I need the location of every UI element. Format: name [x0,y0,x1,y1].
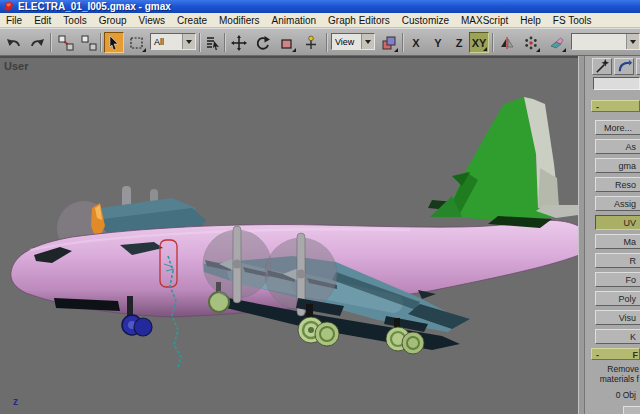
menu-item-customize[interactable]: Customize [396,14,455,26]
menu-item-fs-tools[interactable]: FS Tools [547,14,598,26]
menu-item-maxscript[interactable]: MAXScript [455,14,514,26]
array-button[interactable] [521,32,541,53]
modifier-button-as[interactable]: As [595,139,640,154]
select-and-scale-button[interactable] [277,32,297,53]
select-and-manipulate-button[interactable] [301,32,321,53]
undo-icon [6,35,22,51]
toolbar-separator [199,33,201,52]
named-selection-value [572,34,626,49]
redo-icon [29,35,45,51]
dropdown-arrow-icon[interactable] [361,34,374,49]
rectangular-region-icon [129,35,145,51]
window-title: ELECTRA_01_I005.gmax - gmax [18,1,171,12]
redo-button[interactable] [27,32,47,53]
toolbar-separator [492,33,494,52]
app-icon [3,1,14,12]
modifier-button-r[interactable]: R [595,253,640,268]
dropdown-arrow-icon[interactable] [626,34,639,49]
pivot-point-icon [381,35,397,51]
restrict-x-button[interactable]: X [406,32,426,53]
menu-item-create[interactable]: Create [171,14,213,26]
align-button[interactable] [547,32,567,53]
menu-bar: File Edit Tools Group Views Create Modif… [0,13,640,28]
manipulate-icon [303,35,319,51]
modifier-button-visu[interactable]: Visu [595,310,640,325]
reference-coordinate-dropdown[interactable]: View [331,33,375,50]
selection-filter-value: All [151,34,182,49]
menu-item-group[interactable]: Group [93,14,133,26]
panel-bottom-button[interactable] [623,406,640,414]
select-by-name-button[interactable] [203,32,223,53]
object-count-label: 0 Obj [616,390,636,400]
restrict-xy-plane-button[interactable]: XY [469,32,489,53]
modifier-button-fo[interactable]: Fo [595,272,640,287]
mirror-button[interactable] [497,32,517,53]
tail-group[interactable] [428,97,578,228]
select-by-name-icon [205,35,221,51]
toolbar-separator [326,33,328,52]
select-object-button[interactable] [104,32,124,53]
viewport-user[interactable]: User z [0,56,578,414]
tab-create[interactable] [592,58,612,75]
modifier-button-uv[interactable]: UV [595,215,640,230]
menu-item-graph-editors[interactable]: Graph Editors [322,14,396,26]
object-name-field[interactable] [593,77,640,90]
modifier-button-gma[interactable]: gma [595,158,640,173]
unlink-icon [81,35,97,51]
menu-item-animation[interactable]: Animation [266,14,322,26]
modifier-button-reso[interactable]: Reso [595,177,640,192]
modifier-button-assig[interactable]: Assig [595,196,640,211]
rollout-title: F [633,349,639,361]
pivot-point-button[interactable] [379,32,399,53]
command-panel: - More... As gma Reso Assig UV Ma R Fo P… [585,56,640,414]
link-icon [58,35,74,51]
modify-curve-icon [617,59,632,74]
select-and-move-button[interactable] [229,32,249,53]
move-icon [231,35,247,51]
panel-splitter[interactable] [578,56,585,414]
restrict-y-button[interactable]: Y [428,32,448,53]
world-axis-gizmo: z [13,396,18,407]
named-selection-sets-dropdown[interactable] [571,33,640,50]
select-and-link-button[interactable] [56,32,76,53]
rollout-header-utility[interactable]: - F [591,348,640,360]
selection-region-button[interactable] [127,32,147,53]
title-bar[interactable]: ELECTRA_01_I005.gmax - gmax [0,0,640,13]
selection-filter-dropdown[interactable]: All [150,33,196,50]
collapse-minus-icon: - [596,350,599,360]
toolbar-separator [224,33,226,52]
scale-icon [279,35,295,51]
menu-item-tools[interactable]: Tools [57,14,92,26]
dropdown-arrow-icon[interactable] [182,34,195,49]
viewport-label[interactable]: User [4,60,28,72]
menu-item-modifiers[interactable]: Modifiers [213,14,266,26]
tab-modify[interactable] [614,58,634,75]
modifier-button-k[interactable]: K [595,329,640,344]
undo-button[interactable] [4,32,24,53]
modifier-button-ma[interactable]: Ma [595,234,640,249]
create-wand-icon [595,59,610,74]
panel-info-line2: materials f [600,374,639,384]
menu-item-file[interactable]: File [0,14,28,26]
mirror-icon [499,35,515,51]
main-toolbar: All View X [0,28,640,56]
tab-hierarchy[interactable] [636,58,640,75]
modifier-button-poly[interactable]: Poly [595,291,640,306]
menu-item-help[interactable]: Help [514,14,547,26]
select-and-rotate-button[interactable] [253,32,273,53]
panel-info-line1: Remove [607,364,639,374]
rotate-icon [255,35,271,51]
menu-item-edit[interactable]: Edit [28,14,57,26]
menu-item-views[interactable]: Views [133,14,172,26]
more-modifiers-button[interactable]: More... [595,120,640,135]
collapse-minus-icon: - [596,102,599,112]
array-icon [523,35,539,51]
coord-system-value: View [332,34,361,49]
restrict-z-button[interactable]: Z [449,32,469,53]
rollout-header-modifiers[interactable]: - [591,100,640,112]
select-arrow-icon [106,35,122,51]
toolbar-separator [402,33,404,52]
toolbar-separator [100,33,102,52]
aircraft-model[interactable] [0,58,578,414]
unlink-selection-button[interactable] [79,32,99,53]
